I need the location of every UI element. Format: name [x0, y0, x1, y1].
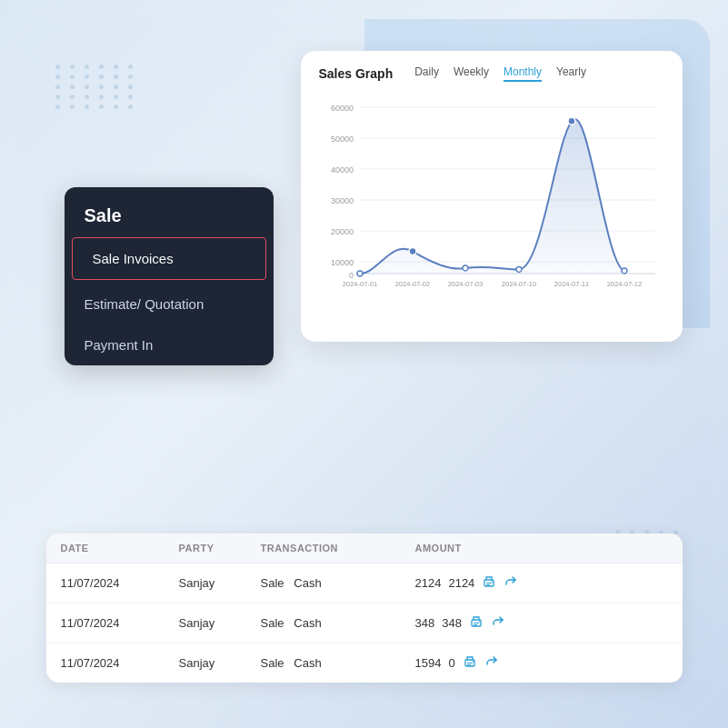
svg-rect-35 — [467, 663, 473, 663]
svg-rect-31 — [474, 623, 479, 623]
svg-point-29 — [492, 581, 494, 583]
table-row: 11/07/2024 Sanjay Sale Cash 348 348 — [46, 603, 683, 643]
svg-text:0: 0 — [348, 271, 353, 280]
sidebar-item-invoices[interactable]: Sale Invoices — [72, 237, 266, 280]
svg-point-37 — [472, 661, 474, 663]
cell-date-1: 11/07/2024 — [61, 576, 179, 590]
col-party: PARTY — [179, 543, 261, 553]
graph-card: Sales Graph Daily Weekly Monthly Yearly … — [301, 51, 683, 342]
sales-chart: 60000 50000 40000 30000 20000 10000 0 — [319, 89, 664, 307]
table-row: 11/07/2024 Sanjay Sale Cash 2124 2124 — [46, 563, 683, 603]
svg-text:2024-07-03: 2024-07-03 — [447, 280, 482, 288]
sidebar-menu: Sale Sale Invoices Estimate/ Quotation P… — [65, 187, 274, 365]
print-icon-1[interactable] — [482, 574, 496, 592]
cell-amount-1: 2124 2124 — [415, 574, 579, 592]
tab-daily[interactable]: Daily — [414, 65, 439, 82]
main-container: Sale Sale Invoices Estimate/ Quotation P… — [19, 19, 710, 710]
svg-text:30000: 30000 — [330, 196, 353, 205]
share-icon-2[interactable] — [491, 614, 505, 632]
amount2-2: 348 — [442, 616, 462, 630]
cell-party-3: Sanjay — [179, 656, 261, 670]
sidebar-title: Sale — [65, 187, 274, 237]
print-icon-2[interactable] — [469, 614, 484, 632]
svg-point-18 — [568, 117, 575, 125]
cell-amount-2: 348 348 — [415, 614, 579, 632]
amount1-3: 1594 — [415, 656, 442, 670]
svg-text:50000: 50000 — [330, 135, 353, 144]
sidebar-item-payment[interactable]: Payment In — [65, 324, 274, 365]
table-header-row: DATE PARTY TRANSACTION AMOUNT — [46, 534, 683, 563]
svg-point-15 — [409, 247, 416, 254]
col-date: DATE — [61, 543, 179, 553]
col-transaction: TRANSACTION — [261, 543, 415, 553]
col-amount: AMOUNT — [415, 543, 579, 553]
cell-transaction-1: Sale Cash — [261, 576, 415, 590]
table-row: 11/07/2024 Sanjay Sale Cash 1594 0 — [46, 643, 683, 683]
svg-text:60000: 60000 — [330, 104, 353, 113]
amount1-2: 348 — [415, 616, 435, 630]
svg-point-19 — [622, 267, 627, 273]
svg-rect-28 — [486, 584, 490, 585]
cell-transaction-2: Sale Cash — [261, 616, 415, 630]
cell-party-2: Sanjay — [179, 616, 261, 630]
cell-transaction-3: Sale Cash — [261, 656, 415, 670]
graph-title: Sales Graph — [319, 66, 394, 81]
share-icon-3[interactable] — [484, 654, 499, 672]
svg-text:2024-07-10: 2024-07-10 — [501, 280, 535, 288]
graph-header: Sales Graph Daily Weekly Monthly Yearly — [319, 65, 664, 82]
svg-point-16 — [463, 264, 468, 270]
svg-rect-27 — [486, 583, 492, 583]
cell-date-3: 11/07/2024 — [61, 656, 179, 670]
svg-point-14 — [357, 271, 363, 276]
svg-text:40000: 40000 — [330, 165, 353, 175]
svg-point-17 — [516, 266, 522, 272]
amount2-3: 0 — [448, 656, 454, 670]
tab-yearly[interactable]: Yearly — [556, 65, 586, 82]
svg-point-33 — [479, 621, 481, 623]
svg-text:20000: 20000 — [330, 227, 353, 236]
decorative-dots-topleft — [55, 65, 137, 109]
tab-monthly[interactable]: Monthly — [504, 65, 542, 82]
svg-text:2024-07-02: 2024-07-02 — [394, 280, 429, 288]
cell-amount-3: 1594 0 — [415, 654, 579, 672]
svg-text:10000: 10000 — [330, 258, 353, 267]
svg-text:2024-07-12: 2024-07-12 — [606, 280, 641, 288]
svg-rect-36 — [467, 664, 471, 665]
amount1-1: 2124 — [415, 576, 442, 590]
amount2-1: 2124 — [448, 576, 474, 590]
tab-weekly[interactable]: Weekly — [454, 65, 489, 82]
svg-rect-32 — [474, 624, 477, 625]
cell-party-1: Sanjay — [179, 576, 261, 590]
chart-area: 60000 50000 40000 30000 20000 10000 0 — [319, 89, 664, 307]
transactions-table: DATE PARTY TRANSACTION AMOUNT 11/07/2024… — [46, 534, 683, 683]
svg-text:2024-07-11: 2024-07-11 — [553, 280, 588, 288]
share-icon-1[interactable] — [504, 574, 518, 592]
print-icon-3[interactable] — [463, 654, 477, 672]
svg-text:2024-07-01: 2024-07-01 — [342, 280, 376, 288]
sidebar-item-quotation[interactable]: Estimate/ Quotation — [65, 284, 274, 324]
cell-date-2: 11/07/2024 — [61, 616, 179, 630]
